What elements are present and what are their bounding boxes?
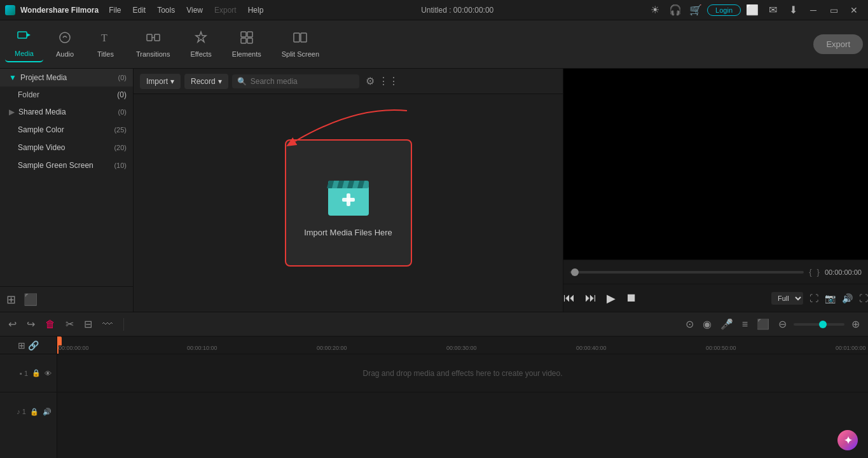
snap-icon[interactable]: ⊙ (684, 316, 696, 332)
bracket-right-icon[interactable]: } (817, 267, 820, 277)
sample-video-label: Sample Video (18, 143, 65, 152)
tab-splitscreen[interactable]: Split Screen (273, 27, 328, 62)
playhead-line (57, 337, 59, 354)
eye-icon[interactable]: 👁 (45, 370, 52, 377)
zoom-slider[interactable] (794, 323, 844, 326)
shared-media-count: (0) (118, 108, 127, 116)
bracket-left-icon[interactable]: { (809, 267, 811, 277)
minimize-button[interactable]: ─ (804, 3, 822, 17)
title-bar-left: Wondershare Filmora File Edit Tools View… (5, 4, 268, 16)
playhead-handle[interactable] (57, 337, 62, 345)
cut-button[interactable]: ✂ (64, 316, 76, 332)
search-input[interactable] (251, 77, 354, 86)
import-folder-icon[interactable]: ⬛ (24, 293, 38, 307)
import-media-card[interactable]: Import Media Files Here (285, 139, 412, 267)
align-icon[interactable]: ≡ (740, 317, 750, 332)
timeline-ruler: 00:00:00:00 00:00:10:00 00:00:20:00 00:0… (57, 337, 868, 354)
sidebar-item-sample-color[interactable]: Sample Color (25) (0, 121, 133, 139)
close-button[interactable]: ✕ (845, 3, 863, 17)
mic-icon[interactable]: 🎤 (719, 316, 735, 332)
save-icon[interactable]: ⬜ (743, 1, 761, 19)
headphone-icon[interactable]: 🎧 (666, 1, 684, 19)
zoom-out-icon[interactable]: ⊖ (776, 316, 789, 332)
menu-tools[interactable]: Tools (152, 4, 180, 16)
play-button[interactable]: ▶ (607, 291, 616, 305)
record-label: Record (191, 77, 216, 86)
screenshot-icon[interactable]: 📷 (825, 293, 836, 303)
import-button[interactable]: Import ▾ (140, 74, 181, 89)
folder-count: (0) (117, 90, 127, 99)
timeline-tracks: 00:00:00:00 00:00:10:00 00:00:20:00 00:0… (57, 337, 868, 458)
left-panel: ▼ Project Media (0) Folder (0) ▶ Shared … (0, 69, 134, 312)
notification-icon[interactable]: ✉ (764, 1, 782, 19)
tab-effects[interactable]: Effects (181, 27, 220, 62)
zoom-in-icon[interactable]: ⊕ (850, 316, 862, 332)
track-mute-icon[interactable]: 🔊 (43, 408, 52, 416)
adjust-button[interactable]: ⊟ (82, 316, 94, 332)
zoom-slider-thumb[interactable] (819, 321, 827, 328)
tab-audio[interactable]: Audio (46, 27, 84, 62)
quality-select[interactable]: Full 1/2 1/4 (771, 292, 803, 305)
svg-rect-20 (342, 198, 355, 202)
menu-help[interactable]: Help (243, 4, 269, 16)
shared-media-label: Shared Media (18, 108, 66, 116)
lock-icon[interactable]: 🔒 (32, 369, 41, 377)
ruler-mark-60: 00:01:00:00 (836, 345, 866, 351)
audio-wave-button[interactable]: 〰 (100, 317, 114, 332)
tab-titles[interactable]: T Titles (86, 27, 125, 62)
audio-track-area[interactable] (57, 392, 868, 431)
app-name: Wondershare Filmora (20, 6, 99, 15)
menu-file[interactable]: File (104, 4, 126, 16)
undo-button[interactable]: ↩ (6, 316, 18, 332)
link-icon[interactable]: 🔗 (28, 340, 39, 350)
video-track-area[interactable]: Drag and drop media and effects here to … (57, 354, 868, 392)
svg-point-2 (60, 32, 70, 43)
step-back-button[interactable]: ⏮ (563, 291, 575, 305)
frame-back-button[interactable]: ⏭ (585, 291, 596, 305)
preview-panel: { } 00:00:00:00 ⏮ ⏭ ▶ ⏹ Full 1/2 1/4 ⛶ 📷… (563, 69, 868, 312)
sidebar-item-folder[interactable]: Folder (0) (0, 87, 133, 103)
sun-icon[interactable]: ☀ (646, 1, 664, 19)
main-toolbar: Media Audio T Titles Transitions Effects… (0, 20, 868, 69)
login-button[interactable]: Login (707, 4, 741, 16)
cart-icon[interactable]: 🛒 (687, 1, 705, 19)
export-button[interactable]: Export (813, 34, 863, 54)
filmora-logo: ✦ (837, 430, 858, 450)
fit-screen-icon[interactable]: ⛶ (809, 293, 818, 303)
add-folder-icon[interactable]: ⊞ (6, 293, 16, 307)
filter-icon[interactable]: ⚙ (366, 75, 375, 87)
preview-slider-thumb[interactable] (571, 268, 579, 276)
tab-transitions[interactable]: Transitions (127, 27, 179, 62)
sidebar-item-sample-green-screen[interactable]: Sample Green Screen (10) (0, 156, 133, 174)
svg-marker-1 (27, 33, 31, 37)
menu-view[interactable]: View (181, 4, 208, 16)
tab-media[interactable]: Media (5, 26, 43, 62)
sidebar-item-shared-media[interactable]: ▶ Shared Media (0) (0, 103, 133, 121)
audio-label: Audio (56, 50, 74, 58)
redo-button[interactable]: ↪ (25, 316, 37, 332)
delete-button[interactable]: 🗑 (43, 317, 57, 332)
sidebar-item-label: Project Media (20, 73, 67, 82)
timeline-content: ⊞ 🔗 ▪ 1 🔒 👁 ♪ 1 🔒 🔊 00:00:00:00 0 (0, 337, 868, 458)
volume-icon[interactable]: 🔊 (842, 293, 853, 303)
stop-button[interactable]: ⏹ (626, 291, 637, 305)
ruler-mark-10: 00:00:10:00 (187, 345, 217, 351)
grid-icon[interactable]: ⋮⋮ (378, 75, 399, 87)
preview-slider[interactable] (570, 271, 804, 274)
timeline-toolbar-right: ⊙ ◉ 🎤 ≡ ⬛ ⊖ ⊕ (684, 316, 862, 332)
ripple-icon[interactable]: ◉ (701, 316, 713, 332)
sidebar-item-project-media[interactable]: ▼ Project Media (0) (0, 69, 133, 87)
menu-edit[interactable]: Edit (127, 4, 151, 16)
menu-export[interactable]: Export (209, 4, 242, 16)
maximize-button[interactable]: ▭ (825, 3, 843, 17)
record-button[interactable]: Record ▾ (184, 74, 228, 89)
title-bar: Wondershare Filmora File Edit Tools View… (0, 0, 868, 20)
sidebar-item-sample-video[interactable]: Sample Video (20) (0, 139, 133, 156)
track-lock-icon[interactable]: 🔒 (30, 408, 39, 416)
download-icon[interactable]: ⬇ (784, 1, 802, 19)
clip-icon[interactable]: ⬛ (755, 316, 771, 332)
splitscreen-label: Split Screen (282, 50, 319, 58)
fullscreen-icon[interactable]: ⛶ (859, 293, 868, 303)
add-track-icon[interactable]: ⊞ (18, 340, 25, 350)
tab-elements[interactable]: Elements (223, 27, 270, 62)
